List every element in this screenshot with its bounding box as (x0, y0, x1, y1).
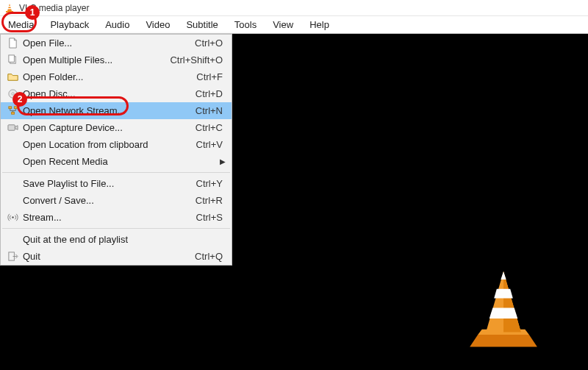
menu-item-label: Open Recent Media (20, 156, 226, 167)
menu-item-label: Quit at the end of playlist (20, 234, 226, 245)
menu-item-shortcut: Ctrl+Q (195, 251, 226, 262)
menu-item-open-capture-device[interactable]: Open Capture Device...Ctrl+C (1, 119, 232, 136)
menu-item-label: Save Playlist to File... (20, 178, 196, 189)
menu-audio[interactable]: Audio (97, 16, 137, 33)
svg-marker-0 (7, 4, 12, 11)
menu-item-open-disc[interactable]: Open Disc...Ctrl+D (1, 85, 232, 102)
menu-item-shortcut: Ctrl+R (196, 195, 226, 206)
media-menu-dropdown: Open File...Ctrl+OOpen Multiple Files...… (0, 34, 232, 266)
menu-help[interactable]: Help (301, 16, 337, 33)
svg-rect-3 (6, 11, 13, 13)
svg-rect-8 (8, 107, 11, 109)
menu-item-label: Open Location from clipboard (20, 139, 196, 150)
menu-item-shortcut: Ctrl+C (196, 122, 226, 133)
files-icon (5, 54, 20, 65)
quit-icon (5, 251, 20, 262)
svg-point-12 (12, 216, 13, 218)
svg-rect-9 (14, 107, 17, 109)
capture-icon (5, 122, 20, 133)
menu-item-shortcut: Ctrl+O (195, 38, 226, 49)
svg-rect-2 (7, 8, 11, 9)
network-icon (5, 105, 20, 116)
titlebar: VLC media player (0, 0, 588, 16)
menu-item-shortcut: Ctrl+S (196, 212, 226, 223)
menu-item-label: Convert / Save... (20, 195, 196, 206)
svg-marker-14 (470, 335, 537, 347)
app-window: VLC media player MediaPlaybackAudioVideo… (0, 0, 588, 370)
svg-marker-17 (503, 271, 521, 332)
menu-tools[interactable]: Tools (226, 16, 265, 33)
menu-item-stream[interactable]: Stream...Ctrl+S (1, 209, 232, 226)
svg-point-7 (12, 93, 14, 95)
folder-icon (5, 71, 20, 82)
menu-item-label: Open File... (20, 38, 195, 49)
menu-subtitle[interactable]: Subtitle (178, 16, 226, 33)
menu-view[interactable]: View (265, 16, 301, 33)
menu-item-label: Quit (20, 251, 195, 262)
menu-item-label: Open Disc... (20, 88, 196, 99)
svg-rect-1 (8, 6, 11, 7)
menu-item-quit-at-the-end-of-playlist[interactable]: Quit at the end of playlist (1, 231, 232, 248)
menu-item-quit[interactable]: QuitCtrl+Q (1, 248, 232, 265)
menu-item-shortcut: Ctrl+F (196, 71, 226, 82)
menu-item-label: Open Capture Device... (20, 122, 196, 133)
menu-item-open-multiple-files[interactable]: Open Multiple Files...Ctrl+Shift+O (1, 51, 232, 68)
menu-video[interactable]: Video (137, 16, 178, 33)
chevron-right-icon: ▶ (220, 157, 226, 166)
menu-item-open-network-stream[interactable]: Open Network Stream...Ctrl+N (1, 102, 232, 119)
menu-separator (2, 172, 230, 173)
menu-item-shortcut: Ctrl+V (196, 139, 226, 150)
menu-item-label: Open Network Stream... (20, 105, 196, 116)
menu-item-open-location-from-clipboard[interactable]: Open Location from clipboardCtrl+V (1, 136, 232, 153)
svg-marker-18 (494, 289, 513, 299)
menu-item-shortcut: Ctrl+Y (196, 178, 226, 189)
vlc-cone-logo (463, 267, 544, 355)
svg-rect-5 (8, 55, 14, 62)
menu-item-shortcut: Ctrl+N (196, 105, 226, 116)
menu-playback[interactable]: Playback (42, 16, 97, 33)
menu-item-open-folder[interactable]: Open Folder...Ctrl+F (1, 68, 232, 85)
disc-icon (5, 88, 20, 99)
svg-marker-19 (490, 307, 518, 319)
menu-item-label: Open Folder... (20, 71, 196, 82)
svg-marker-20 (501, 271, 506, 280)
menu-item-open-recent-media[interactable]: Open Recent Media▶ (1, 153, 232, 170)
vlc-cone-icon (4, 3, 15, 13)
svg-rect-10 (11, 112, 14, 114)
menubar: MediaPlaybackAudioVideoSubtitleToolsView… (0, 16, 588, 34)
menu-separator (2, 228, 230, 229)
menu-item-shortcut: Ctrl+D (196, 88, 226, 99)
menu-item-shortcut: Ctrl+Shift+O (170, 54, 226, 65)
menu-media[interactable]: Media (0, 16, 42, 33)
svg-rect-11 (7, 125, 14, 131)
menu-item-save-playlist-to-file[interactable]: Save Playlist to File...Ctrl+Y (1, 175, 232, 192)
menu-item-convert-save[interactable]: Convert / Save...Ctrl+R (1, 192, 232, 209)
stream-icon (5, 212, 20, 223)
menu-item-label: Stream... (20, 212, 196, 223)
menu-item-open-file[interactable]: Open File...Ctrl+O (1, 35, 232, 51)
file-icon (5, 38, 20, 49)
window-title: VLC media player (19, 3, 89, 13)
menu-item-label: Open Multiple Files... (20, 54, 170, 65)
